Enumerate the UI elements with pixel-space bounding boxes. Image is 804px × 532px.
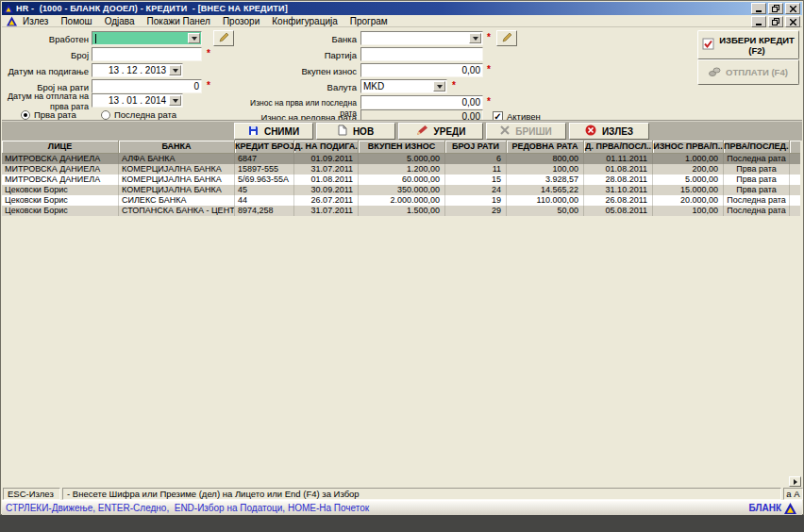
grid-cell[interactable]: МИТРОВСКА ДАНИЕЛА [2,154,119,164]
column-header-datum-podiganje[interactable]: Д. НА ПОДИГА.. [294,141,359,154]
menu-item-konfiguracija[interactable]: Конфигурација [272,16,337,26]
number-input[interactable] [92,47,202,61]
column-header-banka[interactable]: БАНКА [119,141,235,154]
bank-edit-button[interactable] [496,30,517,46]
grid-cell[interactable]: 28.08.2011 [584,175,653,185]
grid-cell[interactable]: АЛФА БАНКА [119,154,235,164]
grid-cell[interactable]: 5/69.963-55А [235,175,294,185]
first-installment-radio[interactable]: Прва рата [21,109,76,120]
table-row[interactable]: МИТРОВСКА ДАНИЕЛА КОМЕРЦИЈАЛНА БАНКА 5/6… [2,175,800,185]
restore-button[interactable] [768,3,783,14]
first-last-amount-input[interactable]: 0,00 [360,95,483,109]
grid-cell[interactable]: 3.928,57 [507,175,584,185]
grid-cell[interactable]: 24 [445,185,507,195]
grid-cell[interactable]: 01.08.2011 [584,164,653,175]
party-input[interactable] [360,47,483,61]
grid-cell[interactable]: 31.07.2011 [294,164,359,175]
column-header-prva-posled[interactable]: ПРВА/ПОСЛЕД.. [724,141,790,154]
employee-edit-button[interactable] [213,30,234,46]
date-first-payment-picker[interactable]: 13 . 01 . 2014 [92,93,183,108]
grid-cell[interactable]: 26.07.2011 [294,195,359,206]
save-button[interactable]: СНИМИ [234,123,313,140]
table-row[interactable]: Цековски Борис КОМЕРЦИЈАЛНА БАНКА 45 30.… [2,185,800,195]
grid-cell[interactable]: 200,00 [653,164,724,175]
grid-cell[interactable]: 100,00 [507,164,584,175]
grid-cell[interactable]: КОМЕРЦИЈАЛНА БАНКА [119,175,235,185]
date-withdrawal-dropdown-button[interactable] [169,65,181,75]
grid-cell[interactable]: Последна рата [724,206,790,216]
column-header-kredit-broj[interactable]: КРЕДИТ БРОЈ [235,141,294,154]
column-header-iznos-prva-p[interactable]: ИЗНОС ПРВА/П.. [653,141,724,154]
mdi-restore-button[interactable] [768,16,783,27]
grid-cell[interactable]: 05.08.2011 [584,206,653,216]
date-withdrawal-picker[interactable]: 13 . 12 . 2013 [92,63,183,77]
currency-combobox[interactable]: MKD [360,79,447,93]
grid-cell[interactable]: Последна рата [724,195,790,206]
edit-button[interactable]: УРЕДИ [398,123,483,140]
grid-cell[interactable]: 01.08.2011 [294,175,359,185]
grid-cell[interactable]: 1.200,00 [359,164,445,175]
mdi-close-button[interactable] [785,16,800,27]
grid-cell[interactable]: Цековски Борис [2,206,119,216]
grid-cell[interactable]: 110.000,00 [507,195,584,206]
employee-combobox[interactable] [92,31,202,45]
table-row[interactable]: МИТРОВСКА ДАНИЕЛА КОМЕРЦИЈАЛНА БАНКА 158… [2,164,800,175]
grid-cell[interactable]: 800,00 [507,154,584,164]
grid-cell[interactable]: 26.08.2011 [584,195,653,206]
grid-cell[interactable]: 15.000,00 [653,185,724,195]
grid-cell[interactable]: 15 [445,175,507,185]
grid-cell[interactable]: Прва рата [724,164,790,175]
table-row[interactable]: Цековски Борис СИЛЕКС БАНКА 44 26.07.201… [2,195,800,206]
grid-cell[interactable]: Последна рата [724,154,790,164]
grid-cell[interactable]: КОМЕРЦИЈАЛНА БАНКА [119,164,235,175]
bank-combobox[interactable] [360,31,483,45]
currency-dropdown-button[interactable] [433,81,445,91]
grid-cell[interactable]: 45 [235,185,294,195]
grid-cell[interactable]: 30.09.2011 [294,185,359,195]
grid-cell[interactable]: 350.000,00 [359,185,445,195]
grid-cell[interactable]: КОМЕРЦИЈАЛНА БАНКА [119,185,235,195]
grid-cell[interactable]: СИЛЕКС БАНКА [119,195,235,206]
menu-item-pomosh[interactable]: Помош [60,16,92,26]
table-row[interactable]: Цековски Борис СТОПАНСКА БАНКА - ЦЕНТ.. … [2,206,800,216]
menu-item-izlez[interactable]: Излез [23,16,48,26]
grid-cell[interactable]: 6847 [235,154,294,164]
mdi-minimize-button[interactable] [751,16,766,27]
scroll-right-button[interactable] [789,476,801,487]
menu-item-pokazi-panel[interactable]: Покажи Панел [147,16,210,26]
grid-cell[interactable]: 01.11.2011 [584,154,653,164]
new-button[interactable]: НОВ [316,123,395,140]
grid-cell[interactable]: 20.000,00 [653,195,724,206]
grid-cell[interactable]: МИТРОВСКА ДАНИЕЛА [2,175,119,185]
total-amount-input[interactable]: 0,00 [360,63,483,77]
select-credit-button[interactable]: ИЗБЕРИ КРЕДИТ(F2) [697,30,799,59]
column-header-datum-prva-posl[interactable]: Д. ПРВА/ПОСЛ.. [584,141,653,154]
grid-cell[interactable]: 31.07.2011 [294,206,359,216]
close-button[interactable] [785,3,800,14]
grid-cell[interactable]: 6 [445,154,507,164]
grid-cell[interactable]: МИТРОВСКА ДАНИЕЛА [2,164,119,175]
grid-cell[interactable]: Прва рата [724,185,790,195]
grid-cell[interactable]: 15897-555 [235,164,294,175]
grid-cell[interactable]: 60.000,00 [359,175,445,185]
grid-cell[interactable]: 50,00 [507,206,584,216]
column-header-redovna-rata[interactable]: РЕДОВНА РАТА [507,141,584,154]
last-installment-radio[interactable]: Последна рата [101,109,176,120]
column-header-broj-rati[interactable]: БРОЈ РАТИ [445,141,507,154]
grid-cell[interactable]: Прва рата [724,175,790,185]
grid-cell[interactable]: 5.000,00 [653,175,724,185]
employee-dropdown-button[interactable] [188,33,200,43]
grid-cell[interactable]: 1.000,00 [653,154,724,164]
date-first-payment-dropdown-button[interactable] [169,95,181,106]
table-row[interactable]: МИТРОВСКА ДАНИЕЛА АЛФА БАНКА 6847 01.09.… [2,154,800,164]
bank-dropdown-button[interactable] [469,33,481,43]
menu-item-prozori[interactable]: Прозори [223,16,260,26]
grid-cell[interactable]: 8974,258 [235,206,294,216]
installments-input[interactable]: 0 [92,79,202,93]
grid-cell[interactable]: 100,00 [653,206,724,216]
grid-cell[interactable]: 29 [445,206,507,216]
exit-button[interactable]: ИЗЛЕЗ [569,123,649,140]
grid-cell[interactable]: 14.565,22 [507,185,584,195]
grid-cell[interactable]: 31.10.2011 [584,185,653,195]
grid-cell[interactable]: 01.09.2011 [294,154,359,164]
